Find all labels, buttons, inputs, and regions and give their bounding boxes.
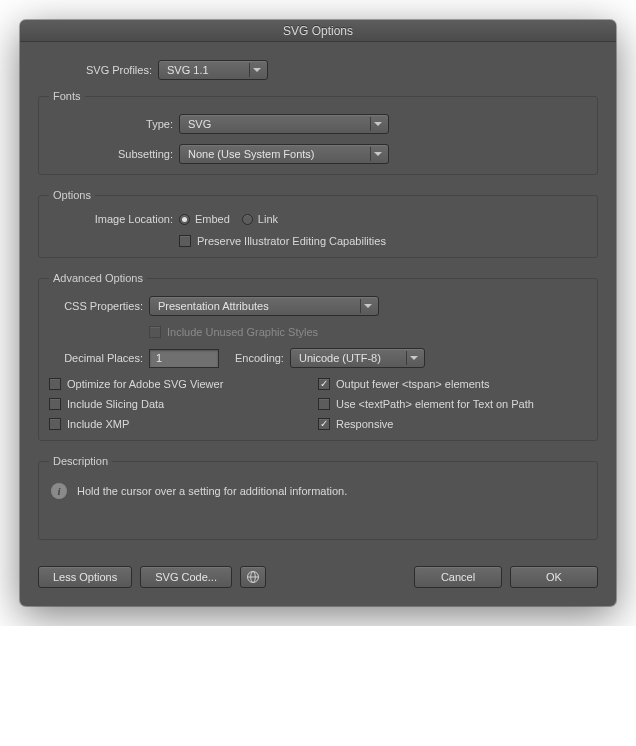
advanced-legend: Advanced Options [49, 272, 147, 284]
use-textpath-checkbox[interactable]: Use <textPath> element for Text on Path [318, 398, 575, 410]
cancel-button[interactable]: Cancel [414, 566, 502, 588]
fonts-legend: Fonts [49, 90, 85, 102]
optimize-adobe-svg-checkbox[interactable]: Optimize for Adobe SVG Viewer [49, 378, 306, 390]
encoding-label: Encoding: [219, 352, 290, 364]
checkbox-icon [179, 235, 191, 247]
font-subsetting-label: Subsetting: [49, 148, 179, 160]
font-subsetting-select[interactable]: None (Use System Fonts) [179, 144, 389, 164]
less-options-button[interactable]: Less Options [38, 566, 132, 588]
ok-button[interactable]: OK [510, 566, 598, 588]
image-location-label: Image Location: [49, 213, 179, 225]
css-properties-select[interactable]: Presentation Attributes [149, 296, 379, 316]
web-preview-button[interactable] [240, 566, 266, 588]
checkbox-icon [49, 378, 61, 390]
options-group: Options Image Location: Embed Link Prese… [38, 189, 598, 258]
dialog-footer: Less Options SVG Code... Cancel OK [38, 566, 598, 588]
checkbox-icon [318, 378, 330, 390]
info-icon: i [51, 483, 67, 499]
include-xmp-checkbox[interactable]: Include XMP [49, 418, 306, 430]
description-text: Hold the cursor over a setting for addit… [77, 485, 347, 497]
radio-icon [242, 214, 253, 225]
output-fewer-tspan-checkbox[interactable]: Output fewer <tspan> elements [318, 378, 575, 390]
css-properties-label: CSS Properties: [49, 300, 149, 312]
image-location-link-radio[interactable]: Link [242, 213, 278, 225]
include-unused-styles-checkbox: Include Unused Graphic Styles [149, 326, 318, 338]
checkbox-icon [318, 418, 330, 430]
font-type-label: Type: [49, 118, 179, 130]
description-legend: Description [49, 455, 112, 467]
fonts-group: Fonts Type: SVG Subsetting: None (Use Sy… [38, 90, 598, 175]
svg-options-dialog: SVG Options SVG Profiles: SVG 1.1 Fonts … [20, 20, 616, 606]
options-legend: Options [49, 189, 95, 201]
preserve-illustrator-checkbox[interactable]: Preserve Illustrator Editing Capabilitie… [179, 235, 386, 247]
encoding-select[interactable]: Unicode (UTF-8) [290, 348, 425, 368]
svg-profiles-select[interactable]: SVG 1.1 [158, 60, 268, 80]
radio-icon [179, 214, 190, 225]
include-slicing-data-checkbox[interactable]: Include Slicing Data [49, 398, 306, 410]
description-group: Description i Hold the cursor over a set… [38, 455, 598, 540]
font-type-select[interactable]: SVG [179, 114, 389, 134]
svg-code-button[interactable]: SVG Code... [140, 566, 232, 588]
decimal-places-input[interactable]: 1 [149, 349, 219, 368]
globe-icon [246, 570, 260, 584]
svg-profiles-label: SVG Profiles: [38, 64, 158, 76]
responsive-checkbox[interactable]: Responsive [318, 418, 575, 430]
checkbox-icon [318, 398, 330, 410]
dialog-title: SVG Options [283, 24, 353, 38]
decimal-places-label: Decimal Places: [49, 352, 149, 364]
checkbox-icon [49, 398, 61, 410]
checkbox-icon [49, 418, 61, 430]
checkbox-icon [149, 326, 161, 338]
titlebar: SVG Options [20, 20, 616, 42]
advanced-options-group: Advanced Options CSS Properties: Present… [38, 272, 598, 441]
image-location-embed-radio[interactable]: Embed [179, 213, 230, 225]
